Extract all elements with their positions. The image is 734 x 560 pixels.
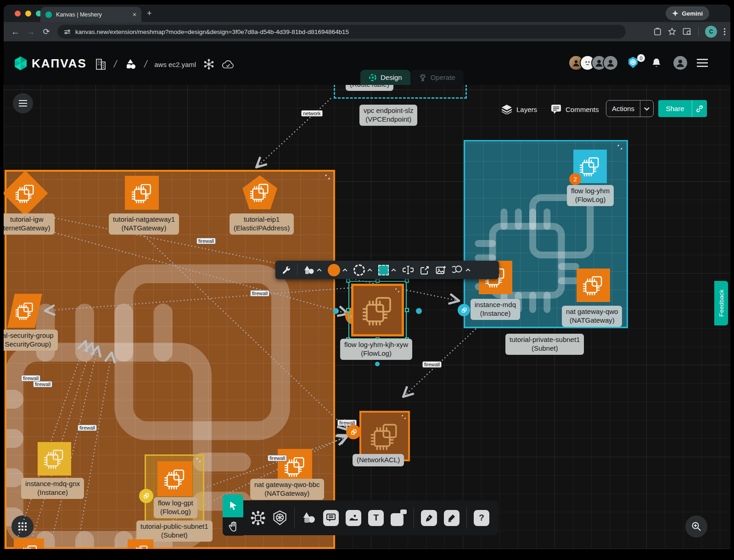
note-tool[interactable] (391, 510, 407, 526)
layers-icon (501, 104, 512, 114)
share-button[interactable]: Share (658, 100, 707, 117)
design-canvas[interactable]: (RouteTable) vpc endpoint-slz (VPCEndpoi… (4, 85, 730, 549)
bookmark-star-icon[interactable] (668, 28, 676, 36)
pan-tool[interactable] (223, 517, 243, 536)
connection-port[interactable] (375, 362, 380, 366)
kanvas-logo[interactable]: KAΠVAS (14, 56, 87, 71)
gemini-button[interactable]: Gemini (666, 6, 709, 20)
node-label-network-acl: (NetworkACL) (353, 454, 404, 466)
bookmarks-panel-icon[interactable] (654, 28, 661, 36)
node-flow-log-gpt[interactable] (157, 461, 192, 496)
open-in-new-icon[interactable] (420, 265, 430, 275)
node-label-flow-log-gpt: flow log-gpt (FlowLog) (154, 497, 197, 518)
pen-tool[interactable] (421, 510, 437, 526)
border-style-tool[interactable] (353, 264, 372, 276)
flow-log-yhm-count-badge: 2 (569, 173, 581, 185)
help-button[interactable]: ? (474, 510, 489, 526)
new-tab-button[interactable]: + (147, 9, 152, 17)
text-tool[interactable]: T (368, 510, 384, 526)
networkacl-link-badge[interactable] (346, 425, 361, 439)
comment-tool[interactable] (323, 510, 339, 526)
node-elastic-ip[interactable] (241, 174, 278, 210)
group-style-tool[interactable] (452, 265, 471, 275)
resize-icon[interactable] (401, 414, 406, 420)
shapes-tool[interactable] (303, 265, 322, 275)
node-security-group[interactable] (7, 294, 42, 328)
reload-button[interactable]: ⟳ (39, 27, 54, 37)
image-tool[interactable] (346, 510, 361, 526)
fill-color-tool[interactable] (328, 264, 347, 276)
flow-log-gpt-link-badge[interactable] (139, 489, 153, 503)
kubernetes-snowflake-icon[interactable] (203, 59, 214, 70)
connection-port[interactable] (416, 308, 422, 314)
shapes-tool-icon[interactable] (302, 511, 316, 525)
node-nat-gateway-qwo-bbc[interactable] (278, 449, 312, 483)
resize-icon[interactable] (395, 288, 400, 293)
node-clipped[interactable] (128, 539, 153, 549)
chip-icon (15, 183, 36, 204)
selection-handle[interactable] (405, 279, 409, 283)
feedback-tab[interactable]: Feedback (714, 281, 728, 325)
comments-button[interactable]: Comments (551, 104, 599, 114)
avatar[interactable] (603, 55, 618, 71)
url-field[interactable]: kanvas.new/extension/meshmap?mode=design… (57, 25, 626, 39)
organization-icon[interactable] (95, 58, 106, 71)
comments-icon (551, 104, 561, 114)
selection-handle[interactable] (346, 308, 350, 312)
node-nat-gateway-1[interactable] (125, 176, 159, 210)
kubernetes-icon[interactable] (272, 510, 287, 526)
workspace-shapes-icon[interactable] (124, 58, 137, 70)
kanvas-logo-icon (14, 56, 28, 71)
share-link-icon[interactable] (692, 105, 707, 112)
sketch-tool[interactable] (444, 510, 459, 526)
window-minimize-button[interactable] (25, 11, 31, 17)
canvas-menu-button[interactable] (13, 93, 33, 113)
apps-grid-button[interactable] (11, 515, 34, 538)
resize-icon[interactable] (325, 174, 331, 180)
node-flow-log-selected[interactable] (348, 281, 407, 339)
edge-label-network: network (301, 110, 323, 117)
actions-button[interactable]: Actions (606, 100, 654, 117)
tab-close-icon[interactable]: ✕ (132, 11, 137, 18)
add-image-icon[interactable] (436, 265, 446, 275)
search-tabs-icon[interactable] (683, 28, 692, 36)
forward-button[interactable]: → (23, 27, 39, 37)
grid-icon (18, 522, 27, 531)
menu-icon (18, 100, 28, 107)
tools-icon[interactable] (281, 265, 291, 275)
selection-handle[interactable] (346, 279, 350, 283)
components-icon[interactable] (251, 510, 265, 526)
selection-handle[interactable] (375, 279, 380, 283)
select-tool[interactable] (223, 494, 243, 517)
tab-design[interactable]: Design (360, 70, 410, 85)
cursor-icon (228, 500, 238, 511)
edge-label-firewall: firewall (250, 290, 269, 297)
layers-button[interactable]: Layers (501, 104, 537, 114)
node-nat-gateway-qwo[interactable] (577, 269, 610, 302)
back-button[interactable]: ← (7, 27, 23, 37)
resize-icon[interactable] (617, 144, 623, 150)
browser-profile-avatar[interactable]: C (705, 26, 717, 38)
shape-swap-tool[interactable] (378, 265, 396, 275)
environment-status[interactable]: 0 (627, 56, 643, 70)
actions-dropdown-icon[interactable] (640, 107, 653, 111)
app-header: KAΠVAS / / aws ec2.yaml 0 (4, 41, 730, 85)
node-clipped[interactable] (14, 538, 44, 549)
selection-handle[interactable] (405, 308, 409, 312)
resize-icon[interactable] (196, 458, 201, 463)
zoom-search-button[interactable] (685, 515, 707, 538)
node-instance-mdq-gnx[interactable] (38, 442, 71, 476)
connection-port[interactable] (333, 308, 339, 314)
private-subnet-link-badge[interactable] (458, 304, 470, 316)
cloud-sync-icon[interactable] (222, 59, 235, 69)
browser-menu-icon[interactable] (723, 28, 726, 36)
bell-icon[interactable] (651, 57, 661, 68)
window-close-button[interactable] (15, 11, 21, 17)
tab-operate[interactable]: Operate (410, 70, 464, 85)
design-file-name[interactable]: aws ec2.yaml (154, 61, 196, 68)
browser-tab[interactable]: Kanvas | Meshery ✕ (40, 7, 141, 22)
rename-icon[interactable] (402, 265, 414, 274)
app-menu-icon[interactable] (696, 58, 708, 67)
divider (466, 507, 467, 528)
user-profile-avatar[interactable] (672, 55, 688, 71)
